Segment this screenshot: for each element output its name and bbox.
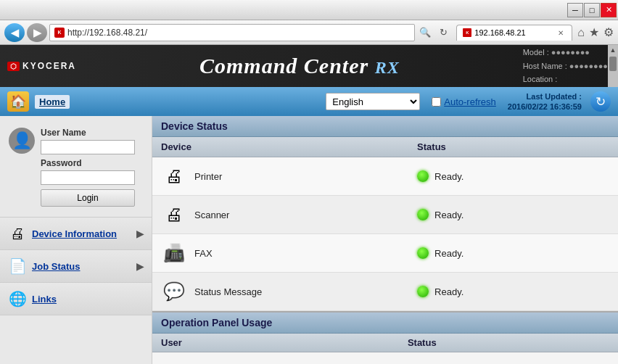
status-text: Ready. bbox=[434, 210, 464, 220]
device-name: FAX bbox=[194, 248, 213, 259]
location-label: Location : bbox=[523, 75, 558, 83]
sidebar-item-links[interactable]: 🌐 Links bbox=[0, 283, 152, 315]
browser-addressbar: ◀ ▶ K http://192.168.48.21/ 🔍 ↻ K 192.16… bbox=[0, 20, 618, 45]
device-name: Printer bbox=[194, 171, 222, 182]
address-search-btn[interactable]: 🔍 bbox=[417, 25, 433, 41]
tab-area: K 192.168.48.21 ✕ bbox=[456, 25, 572, 41]
title-rx: RX bbox=[375, 58, 400, 77]
device-information-label: Device Information bbox=[32, 228, 132, 239]
sidebar-nav: 🖨 Device Information ▶ 📄 Job Status ▶ 🌐 … bbox=[0, 217, 152, 315]
device-icon: 💬 bbox=[161, 278, 187, 305]
app-navbar: 🏠 Home English Japanese French Auto-refr… bbox=[0, 87, 618, 116]
auto-refresh-checkbox[interactable] bbox=[432, 97, 441, 107]
model-value: ●●●●●●●● bbox=[551, 48, 590, 57]
operation-panel-header: Operation Panel Usage bbox=[152, 311, 618, 334]
job-status-icon: 📄 bbox=[7, 256, 28, 276]
device-name-cell: 📠 FAX bbox=[161, 240, 400, 266]
auto-refresh-label[interactable]: Auto-refresh bbox=[444, 96, 496, 107]
address-refresh-btn[interactable]: ↻ bbox=[435, 25, 451, 41]
password-input[interactable] bbox=[41, 170, 135, 185]
links-icon: 🌐 bbox=[7, 289, 28, 309]
password-label: Password bbox=[41, 158, 135, 168]
minimize-button[interactable]: ─ bbox=[567, 3, 583, 17]
last-updated-line2: 2016/02/22 16:36:59 bbox=[508, 102, 582, 112]
device-information-icon: 🖨 bbox=[7, 223, 28, 244]
address-kyocera-icon: K bbox=[54, 28, 65, 38]
device-name: Status Message bbox=[194, 286, 262, 297]
table-row: 🖨 Printer Ready. bbox=[152, 157, 618, 196]
username-input[interactable] bbox=[41, 140, 135, 154]
status-text: Ready. bbox=[434, 171, 464, 182]
kyocera-brand-text: KYOCERA bbox=[22, 61, 76, 71]
scrollbar-thumb[interactable] bbox=[609, 57, 617, 71]
tab-close-btn[interactable]: ✕ bbox=[556, 28, 566, 38]
status-cell: Ready. bbox=[417, 247, 609, 259]
operation-sub-header: User Status bbox=[152, 334, 618, 352]
device-information-arrow: ▶ bbox=[136, 228, 144, 239]
sidebar-item-device-information[interactable]: 🖨 Device Information ▶ bbox=[0, 217, 152, 250]
device-info-panel: Model : ●●●●●●●● Host Name : ●●●●●●●● Lo… bbox=[523, 46, 618, 86]
status-dot bbox=[417, 209, 429, 220]
app-wrapper: ⬡ KYOCERA Command Center RX Model : ●●●●… bbox=[0, 45, 618, 364]
home-icon-wrap[interactable]: 🏠 bbox=[7, 91, 29, 112]
last-updated: Last Updated : 2016/02/22 16:36:59 bbox=[508, 91, 582, 112]
user-avatar: 👤 bbox=[9, 128, 35, 154]
tab-title-text: 192.168.48.21 bbox=[474, 28, 525, 37]
device-icon: 🖨 bbox=[161, 163, 187, 189]
app-main: 👤 User Name Password Login 🖨 Device Info… bbox=[0, 116, 618, 364]
model-label: Model : bbox=[523, 48, 549, 57]
scrollbar-track[interactable]: ▲ bbox=[608, 45, 618, 87]
scrollbar-up-btn[interactable]: ▲ bbox=[610, 45, 617, 55]
kyocera-logo: ⬡ KYOCERA bbox=[7, 61, 76, 71]
username-label: User Name bbox=[41, 128, 135, 138]
op-status-col-header: Status bbox=[408, 337, 437, 348]
table-row: 🖨 Scanner Ready. bbox=[152, 196, 618, 234]
app-header: ⬡ KYOCERA Command Center RX Model : ●●●●… bbox=[0, 45, 618, 87]
active-tab[interactable]: K 192.168.48.21 ✕ bbox=[456, 25, 572, 41]
device-name-cell: 🖨 Printer bbox=[161, 163, 400, 189]
gear-icon[interactable]: ⚙ bbox=[603, 25, 614, 39]
browser-titlebar: ─ □ ✕ bbox=[0, 0, 618, 20]
sidebar: 👤 User Name Password Login 🖨 Device Info… bbox=[0, 116, 152, 364]
forward-button[interactable]: ▶ bbox=[27, 23, 47, 42]
kyocera-red-icon: ⬡ bbox=[7, 62, 20, 71]
refresh-button[interactable]: ↻ bbox=[590, 91, 611, 112]
hostname-label: Host Name : bbox=[523, 62, 567, 70]
job-status-arrow: ▶ bbox=[136, 260, 144, 272]
status-dot bbox=[417, 247, 429, 259]
close-button[interactable]: ✕ bbox=[601, 3, 617, 17]
device-icon: 📠 bbox=[161, 240, 187, 266]
job-status-label: Job Status bbox=[32, 261, 132, 272]
operation-panel-section: Operation Panel Usage User Status bbox=[152, 311, 618, 352]
device-status-table: Device Status 🖨 Printer Ready. 🖨 Scan bbox=[152, 137, 618, 311]
command-center-title: Command Center RX bbox=[76, 54, 523, 78]
sidebar-item-job-status[interactable]: 📄 Job Status ▶ bbox=[0, 250, 152, 283]
user-fields: User Name Password bbox=[41, 128, 135, 185]
back-button[interactable]: ◀ bbox=[4, 23, 25, 42]
col-status-header: Status bbox=[408, 137, 618, 157]
status-cell: Ready. bbox=[417, 209, 609, 220]
device-name-cell: 🖨 Scanner bbox=[161, 202, 400, 228]
status-cell: Ready. bbox=[417, 286, 609, 297]
home-link[interactable]: Home bbox=[35, 95, 70, 109]
table-row: 📠 FAX Ready. bbox=[152, 234, 618, 273]
status-text: Ready. bbox=[434, 286, 464, 297]
address-bar: K http://192.168.48.21/ bbox=[49, 24, 415, 41]
status-cell: Ready. bbox=[417, 170, 609, 182]
home-house-icon: 🏠 bbox=[10, 94, 26, 109]
star-icon[interactable]: ★ bbox=[589, 25, 599, 39]
login-button[interactable]: Login bbox=[41, 189, 135, 207]
address-text: http://192.168.48.21/ bbox=[67, 28, 147, 38]
kyocera-logo-badge: ⬡ KYOCERA bbox=[7, 61, 76, 71]
maximize-button[interactable]: □ bbox=[584, 3, 600, 17]
device-status-header: Device Status bbox=[152, 116, 618, 137]
table-row: 💬 Status Message Ready. bbox=[152, 273, 618, 311]
hostname-value: ●●●●●●●● bbox=[569, 62, 608, 70]
device-name-cell: 💬 Status Message bbox=[161, 278, 400, 305]
language-select[interactable]: English Japanese French bbox=[326, 93, 420, 110]
device-icon: 🖨 bbox=[161, 202, 187, 228]
op-user-col-header: User bbox=[161, 337, 408, 348]
auto-refresh-wrap: Auto-refresh bbox=[432, 96, 496, 107]
status-dot bbox=[417, 286, 429, 297]
home-icon[interactable]: ⌂ bbox=[577, 26, 585, 39]
